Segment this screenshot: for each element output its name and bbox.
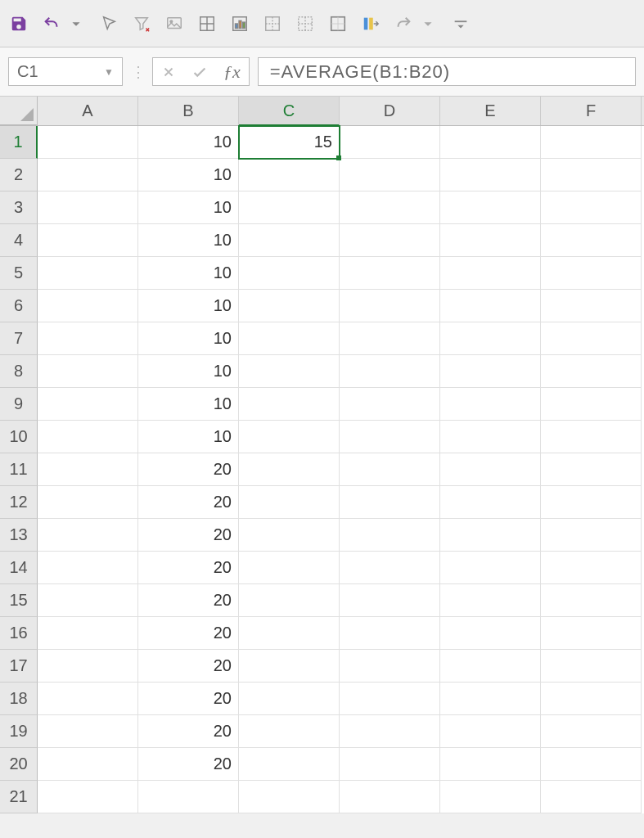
cell-C16[interactable]: [239, 617, 340, 650]
cell-D15[interactable]: [340, 584, 440, 617]
cell-B19[interactable]: 20: [138, 715, 239, 748]
cell-E19[interactable]: [440, 715, 541, 748]
accept-formula-icon[interactable]: [191, 63, 209, 81]
col-header-D[interactable]: D: [340, 97, 440, 125]
chart-icon[interactable]: [231, 15, 249, 33]
cell-A18[interactable]: [38, 683, 138, 715]
cell-D1[interactable]: [340, 126, 440, 159]
row-header[interactable]: 16: [0, 617, 38, 650]
cell-B16[interactable]: 20: [138, 617, 239, 650]
cell-C6[interactable]: [239, 290, 340, 322]
cell-E12[interactable]: [440, 486, 541, 519]
cell-C1[interactable]: 15: [239, 126, 340, 159]
cell-A16[interactable]: [38, 617, 138, 650]
row-header[interactable]: 21: [0, 781, 38, 813]
cell-E20[interactable]: [440, 748, 541, 781]
cell-C8[interactable]: [239, 355, 340, 388]
cell-F13[interactable]: [541, 519, 642, 552]
cell-A11[interactable]: [38, 453, 138, 486]
cell-B4[interactable]: 10: [138, 224, 239, 257]
border-box-icon[interactable]: [329, 15, 347, 33]
row-header[interactable]: 5: [0, 257, 38, 290]
border-none-icon[interactable]: [296, 15, 314, 33]
cell-E1[interactable]: [440, 126, 541, 159]
cell-E14[interactable]: [440, 552, 541, 584]
cell-E4[interactable]: [440, 224, 541, 257]
row-header[interactable]: 9: [0, 388, 38, 421]
cell-F16[interactable]: [541, 617, 642, 650]
image-icon[interactable]: [165, 15, 183, 33]
cell-F6[interactable]: [541, 290, 642, 322]
cell-B5[interactable]: 10: [138, 257, 239, 290]
border-outer-icon[interactable]: [263, 15, 281, 33]
cell-B8[interactable]: 10: [138, 355, 239, 388]
undo-dropdown-icon[interactable]: [67, 15, 85, 33]
cell-C7[interactable]: [239, 322, 340, 355]
cell-F21[interactable]: [541, 781, 642, 813]
cell-A15[interactable]: [38, 584, 138, 617]
cell-B9[interactable]: 10: [138, 388, 239, 421]
name-box-dropdown-icon[interactable]: ▼: [104, 66, 114, 78]
cell-E21[interactable]: [440, 781, 541, 813]
row-header[interactable]: 20: [0, 748, 38, 781]
row-header[interactable]: 15: [0, 584, 38, 617]
clear-filter-icon[interactable]: [133, 15, 151, 33]
cell-A20[interactable]: [38, 748, 138, 781]
cell-D14[interactable]: [340, 552, 440, 584]
cell-D19[interactable]: [340, 715, 440, 748]
cell-B18[interactable]: 20: [138, 683, 239, 715]
cell-F8[interactable]: [541, 355, 642, 388]
cell-B2[interactable]: 10: [138, 159, 239, 191]
cell-F3[interactable]: [541, 191, 642, 224]
row-header[interactable]: 11: [0, 453, 38, 486]
cell-F10[interactable]: [541, 421, 642, 453]
cell-B7[interactable]: 10: [138, 322, 239, 355]
cell-A8[interactable]: [38, 355, 138, 388]
cell-C4[interactable]: [239, 224, 340, 257]
cell-D3[interactable]: [340, 191, 440, 224]
row-header[interactable]: 12: [0, 486, 38, 519]
row-header[interactable]: 10: [0, 421, 38, 453]
cell-E7[interactable]: [440, 322, 541, 355]
cell-A3[interactable]: [38, 191, 138, 224]
cell-A13[interactable]: [38, 519, 138, 552]
cell-A6[interactable]: [38, 290, 138, 322]
col-header-F[interactable]: F: [541, 97, 642, 125]
cell-C17[interactable]: [239, 650, 340, 683]
select-all-corner[interactable]: [0, 97, 38, 125]
fx-icon[interactable]: ƒx: [223, 61, 241, 83]
row-header[interactable]: 18: [0, 683, 38, 715]
cell-F11[interactable]: [541, 453, 642, 486]
cell-A17[interactable]: [38, 650, 138, 683]
cell-A12[interactable]: [38, 486, 138, 519]
cell-F18[interactable]: [541, 683, 642, 715]
cursor-icon[interactable]: [100, 15, 118, 33]
row-header[interactable]: 3: [0, 191, 38, 224]
cell-C10[interactable]: [239, 421, 340, 453]
cell-A7[interactable]: [38, 322, 138, 355]
cell-F17[interactable]: [541, 650, 642, 683]
cell-D18[interactable]: [340, 683, 440, 715]
cell-C2[interactable]: [239, 159, 340, 191]
cell-B12[interactable]: 20: [138, 486, 239, 519]
cell-E3[interactable]: [440, 191, 541, 224]
cell-D20[interactable]: [340, 748, 440, 781]
save-icon[interactable]: [10, 15, 28, 33]
cell-F1[interactable]: [541, 126, 642, 159]
cell-D16[interactable]: [340, 617, 440, 650]
cell-B20[interactable]: 20: [138, 748, 239, 781]
name-box[interactable]: C1 ▼: [8, 57, 123, 86]
cell-A14[interactable]: [38, 552, 138, 584]
cell-E10[interactable]: [440, 421, 541, 453]
cell-B17[interactable]: 20: [138, 650, 239, 683]
formula-input[interactable]: =AVERAGE(B1:B20): [258, 57, 636, 86]
cell-E6[interactable]: [440, 290, 541, 322]
cell-B3[interactable]: 10: [138, 191, 239, 224]
cell-D17[interactable]: [340, 650, 440, 683]
cell-D13[interactable]: [340, 519, 440, 552]
cell-C15[interactable]: [239, 584, 340, 617]
col-header-E[interactable]: E: [440, 97, 541, 125]
redo-dropdown-icon[interactable]: [419, 15, 437, 33]
row-header[interactable]: 1: [0, 126, 38, 159]
row-header[interactable]: 8: [0, 355, 38, 388]
